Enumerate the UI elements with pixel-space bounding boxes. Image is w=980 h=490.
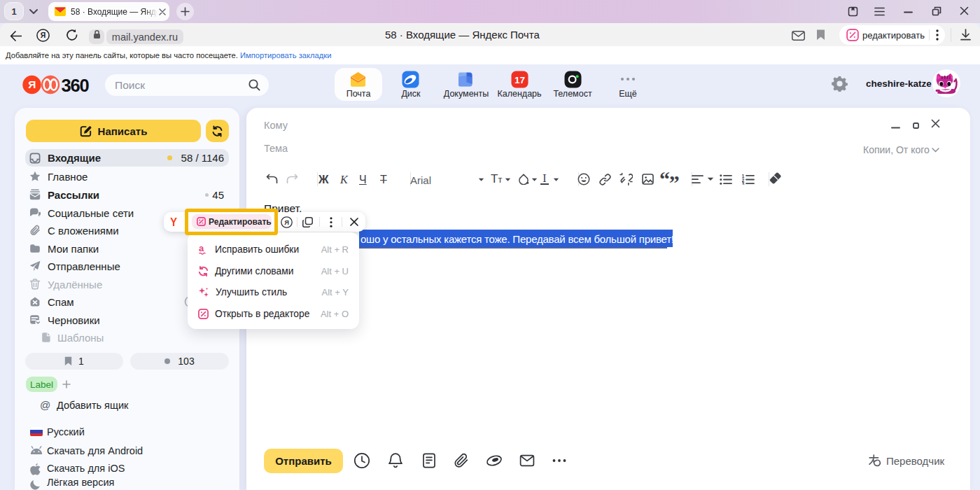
svg-text:Я: Я <box>28 78 36 90</box>
svg-text:Я: Я <box>284 218 289 226</box>
svg-text:Я: Я <box>41 31 46 39</box>
svg-text:360: 360 <box>62 76 90 94</box>
svg-text:„: „ <box>669 169 680 183</box>
svg-text:17: 17 <box>514 75 525 85</box>
svg-text:a: a <box>199 244 204 253</box>
svg-text:“: “ <box>660 169 670 188</box>
svg-text:3: 3 <box>742 181 745 185</box>
